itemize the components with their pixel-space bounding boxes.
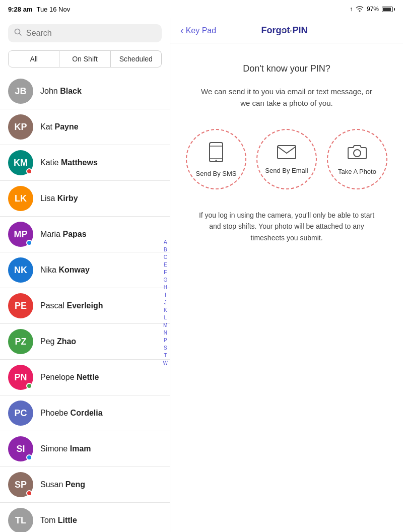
avatar: NK [8,257,33,283]
contact-name: Peg Zhao [40,337,76,346]
svg-rect-6 [278,146,296,159]
avatar: PC [8,401,33,426]
avatar: JB [8,79,33,104]
contact-name: Tom Little [40,516,77,525]
send-email-option[interactable]: Send By Email [256,129,317,189]
left-panel: All On Shift Scheduled JBJohn BlackKPKat… [0,18,170,532]
avatar-wrapper: PE [8,293,33,318]
search-wrapper[interactable] [8,24,162,42]
contact-name: John Black [40,87,82,96]
avatar: KP [8,114,33,140]
avatar: PZ [8,329,33,354]
email-icon [277,145,297,162]
camera-icon [347,144,367,163]
contact-name: Katie Matthews [40,158,98,167]
battery-icon [382,7,395,12]
status-date: Tue 16 Nov [36,6,70,13]
status-dot [26,240,32,246]
contact-name: Pascal Everleigh [40,301,103,310]
email-label: Send By Email [265,167,308,174]
wifi-icon [356,6,364,13]
tab-all[interactable]: All [8,50,59,68]
right-panel: ‹ Key Pad Forgot PIN Don't know your PIN… [170,18,403,532]
contact-item[interactable]: SPSusan Peng [0,467,170,503]
avatar: PE [8,293,33,318]
status-time: 9:28 am [8,6,32,13]
contact-item[interactable]: TLTom Little [0,503,170,532]
battery-percentage: 97% [367,6,379,13]
camera-note: If you log in using the camera, you'll o… [196,210,377,243]
take-photo-option[interactable]: Take A Photo [327,129,387,189]
avatar: LK [8,186,33,211]
contact-item[interactable]: PNPenelope Nettle [0,360,170,395]
status-dot [26,490,32,496]
forgot-heading: Don't know your PIN? [243,63,330,74]
avatar-wrapper: PN [8,365,33,390]
contact-item[interactable]: LKLisa Kirby [0,181,170,217]
contact-item[interactable]: KMKatie Matthews [0,145,170,181]
contact-item[interactable]: KPKat Payne [0,109,170,145]
svg-point-5 [216,160,217,161]
avatar-wrapper: NK [8,257,33,283]
contact-item[interactable]: PZPeg Zhao [0,324,170,360]
contact-name: Nika Konway [40,265,90,275]
forgot-description: We can send it to you via email or text … [196,86,377,109]
avatar-wrapper: LK [8,186,33,211]
contact-name: Phoebe Cordelia [40,409,103,418]
avatar-wrapper: JB [8,79,33,104]
avatar-wrapper: TL [8,508,33,532]
content-area: Don't know your PIN? We can send it to y… [170,43,403,532]
photo-label: Take A Photo [338,168,376,175]
avatar-wrapper: SI [8,436,33,461]
tab-scheduled[interactable]: Scheduled [111,50,162,68]
location-icon: ↑ [350,6,353,13]
status-dot [26,383,32,389]
nav-dot-1 [282,30,284,32]
avatar-wrapper: MP [8,222,33,247]
contact-name: Lisa Kirby [40,194,78,203]
status-dot [26,454,32,460]
contact-name: Susan Peng [40,480,85,489]
sms-icon [207,142,225,165]
contact-name: Simone Imam [40,444,91,453]
tab-onshift[interactable]: On Shift [59,50,110,68]
back-button[interactable]: ‹ Key Pad [180,25,216,36]
avatar-wrapper: PZ [8,329,33,354]
contact-item[interactable]: SISimone Imam [0,431,170,467]
search-icon [14,28,22,38]
avatar-wrapper: PC [8,401,33,426]
search-input[interactable] [26,29,156,38]
avatar-wrapper: KM [8,150,33,175]
contact-name: Maria Papas [40,230,87,239]
status-icons: ↑ 97% [350,6,395,13]
search-container [0,18,170,48]
back-label: Key Pad [186,26,216,35]
contact-item[interactable]: PEPascal Everleigh [0,288,170,324]
svg-line-1 [20,34,22,36]
sms-label: Send By SMS [196,170,237,177]
chevron-left-icon: ‹ [180,25,184,36]
avatar-wrapper: KP [8,114,33,140]
nav-dot-3 [290,30,292,32]
send-sms-option[interactable]: Send By SMS [186,129,246,189]
avatar-wrapper: SP [8,472,33,497]
contact-name: Penelope Nettle [40,373,99,382]
tabs-container: All On Shift Scheduled [0,48,170,74]
contact-item[interactable]: JBJohn Black [0,74,170,109]
contact-item[interactable]: NKNika Konway [0,252,170,288]
contact-name: Kat Payne [40,122,79,131]
avatar: TL [8,508,33,532]
contact-item[interactable]: MPMaria Papas [0,217,170,252]
contact-item[interactable]: PCPhoebe Cordelia [0,395,170,431]
status-dot [26,168,32,174]
nav-dot-2 [286,30,288,32]
contact-list: JBJohn BlackKPKat PayneKMKatie MatthewsL… [0,74,170,532]
nav-dots [282,30,292,32]
top-nav: ‹ Key Pad Forgot PIN [170,18,403,43]
svg-point-7 [354,150,361,157]
options-row: Send By SMS Send By Email [186,129,387,189]
status-bar: 9:28 am Tue 16 Nov ↑ 97% [0,0,403,18]
